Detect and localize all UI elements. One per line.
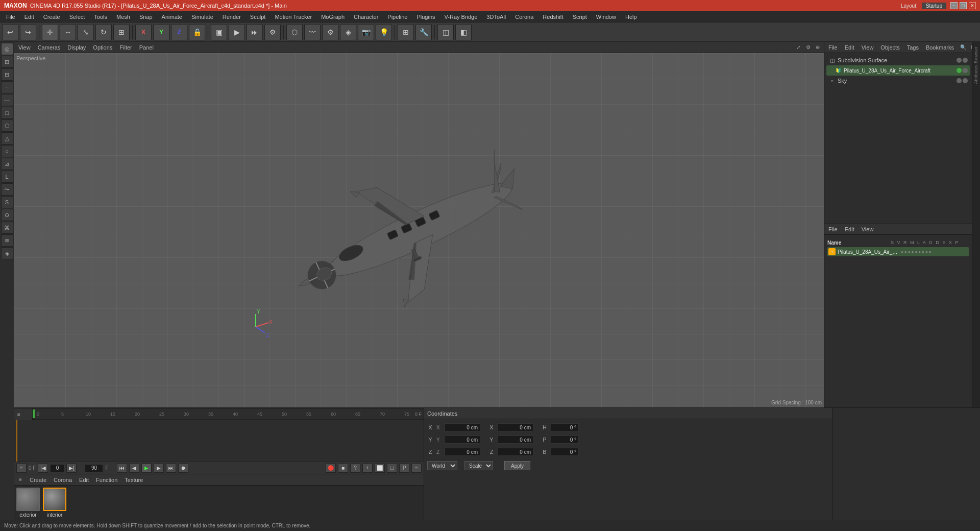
menu-sculpt[interactable]: Sculpt: [246, 13, 270, 21]
menu-render[interactable]: Render: [218, 13, 245, 21]
menu-3dtoall[interactable]: 3DToAll: [482, 13, 510, 21]
pb-current-frame[interactable]: [50, 464, 64, 472]
obj-subdivision-surface[interactable]: ◫ Subdivision Surface: [826, 55, 970, 65]
attr-edit[interactable]: Edit: [843, 225, 856, 233]
menu-script[interactable]: Script: [569, 13, 591, 21]
toolbar-z-axis[interactable]: Z: [171, 24, 187, 40]
obj-aircraft-dot2[interactable]: [963, 68, 968, 73]
scale-dropdown[interactable]: Scale: [464, 461, 493, 470]
tool-diamond[interactable]: ◈: [1, 247, 13, 259]
toolbar-scale[interactable]: ⤡: [78, 24, 94, 40]
menu-simulate[interactable]: Simulate: [187, 13, 217, 21]
menu-character[interactable]: Character: [350, 13, 382, 21]
toolbar-generator[interactable]: ⚙: [322, 24, 338, 40]
toolbar-y-axis[interactable]: Y: [153, 24, 169, 40]
toolbar-more1[interactable]: ◫: [437, 24, 454, 40]
toolbar-deformer[interactable]: ◈: [340, 24, 356, 40]
menu-plugins[interactable]: Plugins: [412, 13, 439, 21]
tool-loop[interactable]: △: [1, 132, 13, 144]
menu-corona[interactable]: Corona: [511, 13, 537, 21]
toolbar-redo[interactable]: ↪: [20, 24, 36, 40]
obj-sky-dot1[interactable]: [957, 78, 962, 83]
vp-menu-cameras[interactable]: Cameras: [36, 43, 63, 52]
tool-ring[interactable]: ○: [1, 145, 13, 157]
vp-menu-filter[interactable]: Filter: [117, 43, 134, 52]
obj-aircraft-dot1[interactable]: [957, 68, 962, 73]
menu-vray[interactable]: V-Ray Bridge: [440, 13, 482, 21]
pb-record[interactable]: ⏺: [178, 464, 188, 473]
pos-x-input[interactable]: [445, 423, 480, 431]
maximize-button[interactable]: □: [960, 2, 967, 9]
pb-step-forward[interactable]: ▶: [154, 464, 164, 473]
menu-window[interactable]: Window: [592, 13, 620, 21]
toolbar-live-select[interactable]: ✛: [42, 24, 58, 40]
timeline-menu[interactable]: ≡: [16, 410, 21, 418]
rot-b-input[interactable]: [551, 448, 579, 456]
pos-z-input[interactable]: [445, 448, 480, 456]
objm-edit[interactable]: Edit: [843, 43, 856, 52]
toolbar-transform[interactable]: ⊞: [113, 24, 130, 40]
toolbar-render-active[interactable]: ▶: [229, 24, 245, 40]
mode-edge[interactable]: —: [1, 94, 13, 106]
pb-mode8[interactable]: ≡: [411, 464, 422, 473]
menu-pipeline[interactable]: Pipeline: [383, 13, 411, 21]
tool-brush[interactable]: ⊙: [1, 209, 13, 221]
far-tab-attributes[interactable]: Attributes Browser: [972, 42, 980, 88]
toolbar-snap-settings[interactable]: 🔧: [415, 24, 432, 40]
pb-mode3[interactable]: ?: [350, 464, 360, 473]
mode-uv[interactable]: ⊟: [1, 68, 13, 81]
size-x-input[interactable]: [498, 423, 533, 431]
obj-vis-dot1[interactable]: [957, 58, 962, 63]
size-z-input[interactable]: [498, 448, 533, 456]
pb-mode1[interactable]: 🔴: [326, 464, 336, 473]
objm-objects[interactable]: Objects: [878, 43, 901, 52]
tool-cmd[interactable]: ⌘: [1, 222, 13, 234]
obj-aircraft[interactable]: 🔰 Pilatus_U_28A_Us_Air_Force_Aircraft: [826, 65, 970, 76]
obj-sky[interactable]: ○ Sky: [826, 76, 970, 86]
pb-mode5[interactable]: ⬜: [375, 464, 385, 473]
timeline-track[interactable]: [14, 420, 424, 462]
viewport-canvas[interactable]: Perspective: [14, 53, 824, 407]
toolbar-rotate[interactable]: ↻: [95, 24, 112, 40]
toolbar-undo[interactable]: ↩: [2, 24, 18, 40]
menu-file[interactable]: File: [2, 13, 19, 21]
pb-mode6[interactable]: □: [387, 464, 397, 473]
close-button[interactable]: ✕: [969, 2, 976, 9]
menu-animate[interactable]: Animate: [158, 13, 186, 21]
menu-redshift[interactable]: Redshift: [538, 13, 567, 21]
toolbar-move[interactable]: ↔: [60, 24, 76, 40]
mat-corona[interactable]: Corona: [52, 476, 74, 484]
mat-menu-icon[interactable]: ≡: [16, 476, 24, 484]
world-dropdown[interactable]: World Object Local: [427, 461, 457, 470]
apply-button[interactable]: Apply: [504, 461, 530, 470]
pb-mode4[interactable]: +: [362, 464, 373, 473]
pb-end-frame[interactable]: [85, 464, 103, 472]
toolbar-more2[interactable]: ◧: [455, 24, 472, 40]
mode-poly[interactable]: □: [1, 107, 13, 119]
pos-y-input[interactable]: [445, 436, 480, 444]
pb-menu[interactable]: ≡: [16, 464, 27, 473]
rot-h-input[interactable]: [551, 423, 579, 431]
pb-mode2[interactable]: ■: [338, 464, 348, 473]
toolbar-render-settings[interactable]: ⚙: [264, 24, 281, 40]
obj-sky-dot2[interactable]: [963, 78, 968, 83]
mat-exterior[interactable]: exterior: [16, 488, 40, 518]
toolbar-lock[interactable]: 🔒: [189, 24, 205, 40]
pb-next-key[interactable]: ▶|: [66, 464, 77, 473]
menu-create[interactable]: Create: [39, 13, 64, 21]
attr-file[interactable]: File: [826, 225, 840, 233]
toolbar-grid[interactable]: ⊞: [398, 24, 414, 40]
attr-aircraft-row[interactable]: ✈ Pilatus_U_28A_Us_Air_Force_Aircraft ●●…: [827, 247, 969, 256]
objm-file[interactable]: File: [826, 43, 840, 52]
toolbar-polygon[interactable]: ⬡: [286, 24, 303, 40]
obj-vis-dot2[interactable]: [963, 58, 968, 63]
vp-menu-options[interactable]: Options: [91, 43, 114, 52]
tool-outline[interactable]: ⊿: [1, 158, 13, 170]
pb-step-back[interactable]: ◀: [129, 464, 139, 473]
menu-motion-tracker[interactable]: Motion Tracker: [271, 13, 316, 21]
size-y-input[interactable]: [498, 436, 533, 444]
objm-bookmarks[interactable]: Bookmarks: [924, 43, 956, 52]
pb-prev-key[interactable]: |◀: [38, 464, 48, 473]
toolbar-x-axis[interactable]: X: [135, 24, 152, 40]
mat-function[interactable]: Function: [94, 476, 119, 484]
